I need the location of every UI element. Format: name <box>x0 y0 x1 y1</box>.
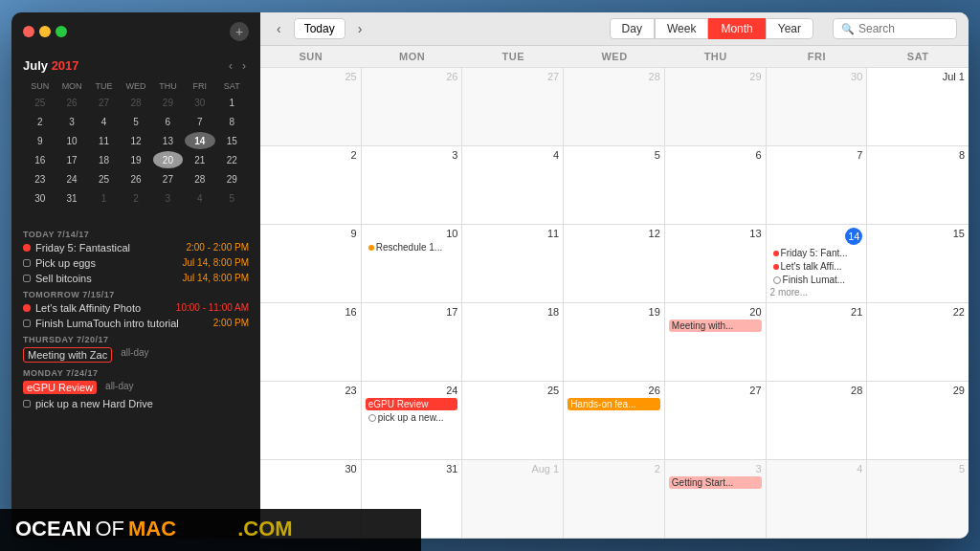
mini-cal-date[interactable]: 22 <box>217 151 247 168</box>
mini-cal-date[interactable]: 7 <box>185 113 214 130</box>
mini-cal-date[interactable]: 19 <box>121 151 150 168</box>
calendar-cell[interactable]: 27 <box>665 382 767 459</box>
calendar-cell[interactable]: 4 <box>462 146 564 224</box>
mini-cal-date[interactable]: 24 <box>56 170 86 187</box>
mini-cal-date[interactable]: 25 <box>89 170 119 187</box>
mini-cal-date[interactable]: 18 <box>89 151 119 168</box>
close-button[interactable] <box>23 26 34 37</box>
event-item[interactable]: Sell bitcoins Jul 14, 8:00 PM <box>23 273 249 284</box>
event-item[interactable]: pick up a new Hard Drive <box>23 398 249 409</box>
calendar-cell[interactable]: 13 <box>665 225 767 302</box>
mini-cal-date[interactable]: 9 <box>25 132 55 149</box>
mini-cal-date[interactable]: 1 <box>217 94 247 111</box>
calendar-cell[interactable]: 3Getting Start... <box>665 460 767 538</box>
prev-month-button[interactable]: ‹ <box>272 19 286 38</box>
mini-cal-date[interactable]: 4 <box>89 113 119 130</box>
calendar-cell[interactable]: 12 <box>564 225 665 302</box>
calendar-cell[interactable]: Jul 1 <box>867 68 969 145</box>
search-box[interactable]: 🔍 <box>833 18 957 39</box>
calendar-cell[interactable]: 22 <box>867 303 969 381</box>
calendar-event[interactable]: Getting Start... <box>669 476 762 489</box>
mini-cal-date[interactable]: 20 <box>153 151 183 168</box>
event-item[interactable]: Friday 5: Fantastical 2:00 - 2:00 PM <box>23 242 249 253</box>
mini-cal-date[interactable]: 31 <box>56 189 86 207</box>
event-checkbox[interactable] <box>23 400 31 408</box>
mini-cal-date[interactable]: 11 <box>89 132 119 149</box>
calendar-cell[interactable]: 24eGPU Reviewpick up a new... <box>362 382 463 459</box>
minimize-button[interactable] <box>39 26 51 37</box>
mini-cal-date[interactable]: 13 <box>153 132 183 149</box>
calendar-event[interactable]: Friday 5: Fant... <box>770 247 863 259</box>
event-item[interactable]: Pick up eggs Jul 14, 8:00 PM <box>23 257 249 269</box>
event-item[interactable]: Let's talk Affinity Photo 10:00 - 11:00 … <box>23 302 249 314</box>
calendar-cell[interactable]: 14Friday 5: Fant...Let's talk Affi...Fin… <box>767 225 868 302</box>
mini-cal-date[interactable]: 28 <box>121 94 150 111</box>
mini-cal-next[interactable]: › <box>239 59 249 73</box>
mini-cal-date[interactable]: 26 <box>56 94 86 111</box>
calendar-cell[interactable]: 2 <box>260 146 362 224</box>
calendar-cell[interactable]: 25 <box>260 68 362 145</box>
mini-cal-date[interactable]: 28 <box>185 170 214 187</box>
calendar-cell[interactable]: Aug 1 <box>462 460 564 538</box>
calendar-event[interactable]: Meeting with... <box>669 320 762 332</box>
mini-cal-date[interactable]: 16 <box>25 151 55 168</box>
mini-cal-date[interactable]: 5 <box>121 113 150 130</box>
calendar-cell[interactable]: 26 <box>362 68 463 145</box>
mini-cal-date[interactable]: 2 <box>25 113 55 130</box>
calendar-event[interactable]: Finish Lumat... <box>770 274 863 286</box>
calendar-cell[interactable]: 17 <box>362 303 463 381</box>
mini-cal-date[interactable]: 23 <box>25 170 55 187</box>
mini-cal-date[interactable]: 30 <box>25 189 55 207</box>
mini-cal-date[interactable]: 2 <box>121 189 150 207</box>
calendar-event[interactable]: Hands-on fea... <box>568 398 660 410</box>
calendar-cell[interactable]: 10Reschedule 1... <box>362 225 463 302</box>
calendar-cell[interactable]: 23 <box>260 382 362 459</box>
calendar-cell[interactable]: 29 <box>665 68 767 145</box>
calendar-cell[interactable]: 27 <box>462 68 564 145</box>
mini-cal-date[interactable]: 5 <box>217 189 247 207</box>
mini-cal-date[interactable]: 1 <box>89 189 119 207</box>
mini-cal-date[interactable]: 15 <box>217 132 247 149</box>
calendar-cell[interactable]: 15 <box>867 225 969 302</box>
calendar-cell[interactable]: 11 <box>462 225 564 302</box>
mini-cal-date[interactable]: 26 <box>121 170 150 187</box>
calendar-cell[interactable]: 4 <box>767 460 868 538</box>
tab-year[interactable]: Year <box>766 18 813 39</box>
calendar-cell[interactable]: 20Meeting with... <box>665 303 767 381</box>
calendar-cell[interactable]: 28 <box>564 68 665 145</box>
mini-cal-date[interactable]: 21 <box>185 151 214 168</box>
calendar-event[interactable]: pick up a new... <box>366 411 458 424</box>
event-item[interactable]: eGPU Review all-day <box>23 381 249 394</box>
calendar-cell[interactable]: 28 <box>767 382 868 459</box>
calendar-cell[interactable]: 25 <box>462 382 564 459</box>
mini-cal-date[interactable]: 4 <box>185 189 214 207</box>
calendar-cell[interactable]: 30 <box>767 68 868 145</box>
next-month-button[interactable]: › <box>353 19 368 38</box>
event-item[interactable]: Meeting with Zac all-day <box>23 347 249 363</box>
mini-cal-date[interactable]: 29 <box>217 170 247 187</box>
mini-cal-date[interactable]: 14 <box>185 132 214 149</box>
mini-cal-date[interactable]: 29 <box>153 94 183 111</box>
calendar-cell[interactable]: 5 <box>564 146 665 224</box>
tab-week[interactable]: Week <box>655 18 708 39</box>
event-item[interactable]: Finish LumaTouch intro tutorial 2:00 PM <box>23 318 249 329</box>
mini-cal-date[interactable]: 27 <box>153 170 183 187</box>
today-button[interactable]: Today <box>294 18 345 39</box>
calendar-cell[interactable]: 2 <box>564 460 665 538</box>
calendar-cell[interactable]: 3 <box>362 146 463 224</box>
mini-cal-date[interactable]: 25 <box>25 94 55 111</box>
mini-cal-date[interactable]: 10 <box>56 132 86 149</box>
mini-cal-date[interactable]: 17 <box>56 151 86 168</box>
more-events-link[interactable]: 2 more... <box>770 287 863 298</box>
add-event-button[interactable]: + <box>230 22 249 41</box>
mini-cal-date[interactable]: 12 <box>121 132 150 149</box>
mini-cal-date[interactable]: 3 <box>153 189 183 207</box>
event-checkbox[interactable] <box>23 259 31 267</box>
mini-cal-date[interactable]: 3 <box>56 113 86 130</box>
calendar-cell[interactable]: 6 <box>665 146 767 224</box>
calendar-event[interactable]: Reschedule 1... <box>366 241 458 253</box>
mini-cal-date[interactable]: 30 <box>185 94 214 111</box>
calendar-cell[interactable]: 5 <box>867 460 969 538</box>
calendar-event[interactable]: Let's talk Affi... <box>770 260 863 273</box>
calendar-cell[interactable]: 7 <box>767 146 868 224</box>
